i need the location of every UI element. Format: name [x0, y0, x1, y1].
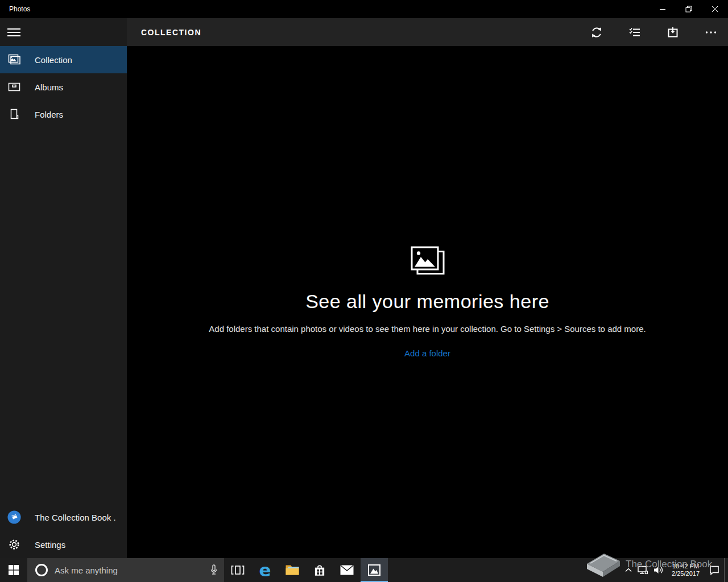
taskbar: 10:42 PM 2/25/2017	[0, 558, 728, 582]
title-bar: Photos	[0, 0, 728, 18]
albums-icon	[7, 80, 21, 94]
window-title: Photos	[0, 5, 650, 13]
windows-logo-icon	[9, 565, 19, 575]
tray-volume-button[interactable]	[651, 558, 667, 582]
taskbar-mail-button[interactable]	[333, 558, 361, 582]
account-avatar	[7, 510, 21, 524]
sidebar-item-collection[interactable]: Collection	[0, 46, 127, 73]
tray-network-button[interactable]	[635, 558, 651, 582]
account-name: The Collection Book .	[35, 513, 116, 522]
add-folder-link[interactable]: Add a folder	[404, 348, 450, 358]
refresh-button[interactable]	[583, 18, 610, 46]
photos-stack-icon	[410, 246, 445, 278]
taskbar-file-explorer-button[interactable]	[279, 558, 306, 582]
page-title: COLLECTION	[141, 28, 583, 37]
hamburger-icon	[7, 28, 20, 37]
clock-time: 10:42 PM	[672, 563, 700, 570]
empty-state-title: See all your memories here	[305, 290, 549, 313]
settings-gear-icon	[7, 538, 21, 551]
sidebar-item-label: Collection	[35, 55, 72, 65]
sidebar-item-label: Albums	[35, 82, 63, 92]
sidebar-bottom: The Collection Book . Settings	[0, 504, 127, 558]
clock-date: 2/25/2017	[672, 570, 700, 577]
refresh-icon	[590, 26, 603, 39]
task-view-icon	[230, 564, 245, 576]
photos-app-icon	[367, 563, 382, 577]
settings-label: Settings	[35, 540, 65, 550]
cortana-search-box[interactable]	[27, 558, 224, 582]
minimize-icon	[659, 6, 666, 13]
select-checklist-icon	[628, 26, 642, 39]
tray-chevron-up-button[interactable]	[622, 558, 635, 582]
show-desktop-button[interactable]	[724, 558, 728, 582]
start-button[interactable]	[0, 558, 27, 582]
action-center-icon	[709, 564, 720, 576]
taskbar-store-button[interactable]	[306, 558, 333, 582]
sidebar-item-label: Folders	[35, 110, 63, 119]
folders-icon	[7, 107, 21, 121]
volume-icon	[653, 565, 664, 575]
close-button[interactable]	[702, 0, 728, 18]
hamburger-menu-button[interactable]	[0, 18, 127, 46]
task-view-button[interactable]	[224, 558, 251, 582]
search-input[interactable]	[55, 566, 191, 575]
chevron-up-icon	[624, 567, 632, 573]
minimize-button[interactable]	[650, 0, 676, 18]
photos-app-window: Photos	[0, 0, 728, 582]
more-button[interactable]	[697, 18, 725, 46]
restore-button[interactable]	[676, 0, 702, 18]
restore-icon	[685, 6, 692, 13]
close-icon	[712, 6, 718, 13]
system-tray: 10:42 PM 2/25/2017	[622, 558, 728, 582]
taskbar-edge-button[interactable]	[251, 558, 279, 582]
cortana-icon	[35, 564, 48, 576]
select-button[interactable]	[621, 18, 648, 46]
sidebar-item-albums[interactable]: Albums	[0, 73, 127, 101]
import-icon	[666, 26, 680, 39]
store-icon	[312, 563, 327, 577]
mail-icon	[340, 564, 354, 576]
edge-icon	[259, 562, 271, 579]
content-header: COLLECTION	[127, 18, 728, 46]
network-icon	[637, 565, 648, 575]
sidebar-item-folders[interactable]: Folders	[0, 101, 127, 128]
sidebar-item-settings[interactable]: Settings	[0, 531, 127, 558]
import-button[interactable]	[659, 18, 686, 46]
empty-state-description: Add folders that contain photos or video…	[209, 324, 646, 334]
tray-clock[interactable]: 10:42 PM 2/25/2017	[667, 563, 705, 577]
ellipsis-icon	[704, 26, 718, 39]
collection-empty-state: See all your memories here Add folders t…	[127, 46, 728, 558]
microphone-icon[interactable]	[209, 563, 218, 579]
file-explorer-icon	[285, 564, 300, 576]
sidebar: Collection Albums Folders	[0, 18, 127, 558]
account-item[interactable]: The Collection Book .	[0, 504, 127, 531]
taskbar-photos-button[interactable]	[361, 558, 388, 582]
action-center-button[interactable]	[705, 558, 724, 582]
collection-icon	[7, 53, 21, 66]
